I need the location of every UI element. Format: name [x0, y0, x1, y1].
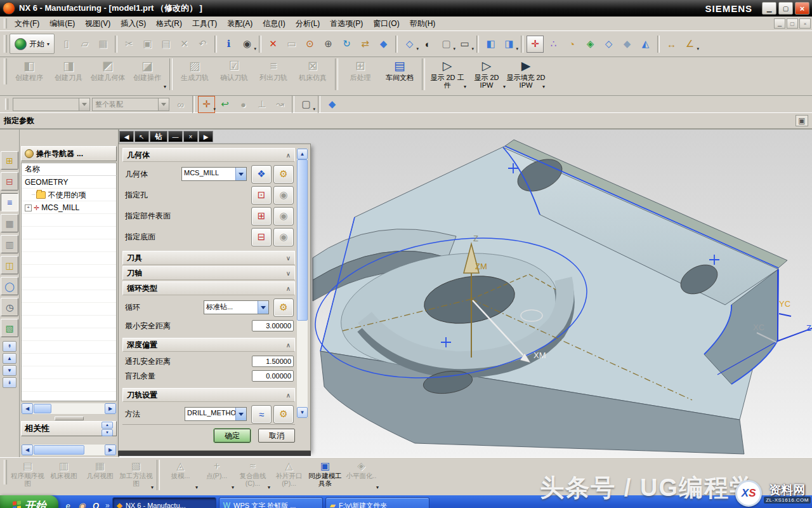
- geometry-group-header[interactable]: 几何体 ∧: [122, 148, 295, 162]
- new-method-button[interactable]: ≈: [251, 405, 272, 424]
- task-folder[interactable]: ▰ F:\y\新建文件夹: [325, 497, 429, 508]
- collapse-icon[interactable]: ∧: [286, 152, 291, 159]
- combo-arrow[interactable]: [158, 98, 169, 110]
- rectangle-select-icon[interactable]: ▢ ▾: [298, 96, 315, 113]
- synchronous-modeling-toolbar-button[interactable]: ▣ 同步建模工具条: [307, 460, 343, 491]
- sphere-select-icon[interactable]: ●: [235, 96, 252, 113]
- datum-plane-icon[interactable]: ◧: [482, 36, 499, 53]
- collapse-icon[interactable]: ∧: [286, 392, 291, 399]
- machine-tool-view-button[interactable]: ▥ 机床视图: [46, 460, 82, 491]
- tools-menu[interactable]: 工具(T): [187, 17, 222, 30]
- toolbar-grip[interactable]: [5, 98, 8, 110]
- prompt-panel-icon[interactable]: ▣: [796, 115, 808, 126]
- generate-toolpath-button[interactable]: ▨ 生成刀轨: [175, 58, 214, 91]
- show-2d-workpiece-button[interactable]: ▷ 显示 2D 工件 ▾: [428, 58, 467, 91]
- cancel-button[interactable]: 取消: [258, 429, 295, 443]
- process-assistant-tab[interactable]: ▥: [1, 235, 18, 253]
- create-operation-button[interactable]: ◪ 创建操作 ▾: [128, 58, 167, 91]
- constraint-navigator-tab[interactable]: ⊟: [1, 172, 18, 190]
- create-tool-button[interactable]: ◨ 创建刀具: [49, 58, 88, 91]
- ok-button[interactable]: 确定: [214, 429, 251, 443]
- preferences-menu[interactable]: 首选项(P): [325, 17, 368, 30]
- resource-scroll-down-button[interactable]: ▼: [3, 365, 16, 376]
- create-program-button[interactable]: ◧ 创建程序: [10, 58, 49, 91]
- rollback-icon[interactable]: ↩: [216, 96, 233, 113]
- toolbar-grip[interactable]: [4, 460, 7, 485]
- info-window-icon[interactable]: ℹ: [220, 36, 237, 53]
- dialog-pointer-icon[interactable]: ↖: [134, 131, 149, 142]
- analysis-menu[interactable]: 分析(L): [291, 17, 325, 30]
- create-geometry-button[interactable]: ◩ 创建几何体: [88, 58, 128, 91]
- selection-filter-icon[interactable]: ✛ ▾: [198, 96, 215, 113]
- scroll-up-button[interactable]: ▲: [297, 149, 308, 159]
- scroll-thumb[interactable]: [297, 159, 308, 321]
- snap-point-icon[interactable]: ∴: [545, 36, 562, 53]
- tree-row-mcs-mill[interactable]: + ✛ MCS_MILL: [22, 201, 116, 214]
- save-icon[interactable]: ▦: [95, 36, 112, 53]
- mdi-close-button[interactable]: ×: [799, 18, 811, 29]
- expand-icon[interactable]: ∨: [286, 270, 291, 277]
- view-orientation-icon[interactable]: ◇ ▾: [401, 36, 418, 53]
- dependencies-up-button[interactable]: ▲: [102, 422, 113, 429]
- combo-arrow[interactable]: [258, 301, 268, 314]
- tool-group-header[interactable]: 刀具 ∨: [122, 251, 295, 265]
- dependencies-down-button[interactable]: ▼: [102, 429, 113, 436]
- hide-object-icon[interactable]: ◇: [600, 36, 617, 53]
- close-button[interactable]: ×: [795, 2, 809, 15]
- view-menu[interactable]: 视图(V): [80, 17, 115, 30]
- mdi-restore-button[interactable]: ▢: [787, 18, 798, 29]
- zoom-region-icon[interactable]: ▭: [283, 36, 300, 53]
- tree-row-geometry[interactable]: GEOMETRY: [22, 176, 116, 189]
- select-bottom-button[interactable]: ⊟: [251, 228, 272, 246]
- program-order-view-button[interactable]: ▤ 程序顺序视图: [10, 460, 46, 491]
- selection-scope-combo[interactable]: 整个装配: [92, 98, 169, 111]
- postprocess-button[interactable]: ⊞ 后处理: [341, 58, 380, 91]
- combo-arrow[interactable]: [79, 98, 89, 110]
- cut-icon[interactable]: ✂: [121, 36, 138, 53]
- open-file-icon[interactable]: ▱: [76, 36, 93, 53]
- assemblies-menu[interactable]: 装配(A): [222, 17, 258, 30]
- scroll-left-button[interactable]: ◀: [22, 403, 33, 414]
- expand-icon[interactable]: ∨: [286, 255, 291, 262]
- new-geometry-button[interactable]: ❖: [251, 165, 272, 184]
- dialog-vscrollbar[interactable]: ▲ ▼: [296, 148, 308, 418]
- object-display-icon[interactable]: ◔: [563, 36, 580, 53]
- scroll-down-button[interactable]: ▼: [297, 407, 308, 418]
- pan-view-icon[interactable]: ⇄: [357, 36, 374, 53]
- path-settings-group-header[interactable]: 刀轨设置 ∧: [122, 388, 295, 402]
- format-menu[interactable]: 格式(R): [151, 17, 187, 30]
- draft-button[interactable]: ◬ 拔模... ▾: [162, 460, 199, 491]
- navigator-title[interactable]: 操作导航器 ...: [21, 146, 117, 161]
- resource-scroll-up-button[interactable]: ▲: [3, 353, 16, 364]
- scroll-thumb[interactable]: [34, 445, 84, 455]
- mdi-minimize-button[interactable]: ▁: [774, 18, 785, 29]
- cycle-type-group-header[interactable]: 循环类型 ∧: [122, 281, 295, 295]
- dialog-close-button[interactable]: ×: [183, 131, 198, 142]
- tree-row-unused-items[interactable]: ┈ 不使用的项: [22, 189, 116, 201]
- collapse-icon[interactable]: ∧: [286, 285, 291, 292]
- background-icon[interactable]: ▭ ▾: [456, 36, 473, 53]
- show-hide-icon[interactable]: ◈: [582, 36, 599, 53]
- show-filled-2d-ipw-button[interactable]: ▶ 显示填充 2D IPW ▾: [506, 58, 546, 91]
- collapse-icon[interactable]: ∧: [286, 342, 291, 349]
- measure-angle-icon[interactable]: ∠ ▾: [681, 36, 698, 53]
- resource-scroll-top-button[interactable]: ↟: [3, 341, 16, 352]
- list-toolpath-button[interactable]: ≡ 列出刀轨: [254, 58, 293, 91]
- display-bottom-button[interactable]: ◉: [273, 228, 294, 246]
- toolbar-grip[interactable]: [4, 35, 7, 53]
- min-clearance-field[interactable]: 3.00000: [252, 320, 294, 331]
- machine-simulation-button[interactable]: ⊠ 机床仿真: [293, 58, 332, 91]
- tool-axis-group-header[interactable]: 刀轴 ∨: [122, 266, 295, 280]
- render-style-icon[interactable]: ◐: [419, 36, 436, 53]
- information-menu[interactable]: 信息(I): [258, 17, 290, 30]
- paste-icon[interactable]: ▤: [157, 36, 174, 53]
- quick-launch-overflow[interactable]: »: [105, 501, 110, 508]
- datum-axis-icon[interactable]: ◨ ▾: [501, 36, 518, 53]
- edit-method-button[interactable]: ⚙: [273, 405, 294, 424]
- combo-arrow[interactable]: [235, 408, 246, 420]
- find-icon[interactable]: ◉ ▾: [239, 36, 256, 53]
- geometry-combo[interactable]: MCS_MILL: [181, 167, 247, 181]
- show-2d-ipw-button[interactable]: ▷ 显示 2D IPW ▾: [467, 58, 506, 91]
- task-wps[interactable]: W WPS 文字 抢鲜版 ...: [219, 497, 323, 508]
- toolbar-grip[interactable]: [4, 18, 7, 28]
